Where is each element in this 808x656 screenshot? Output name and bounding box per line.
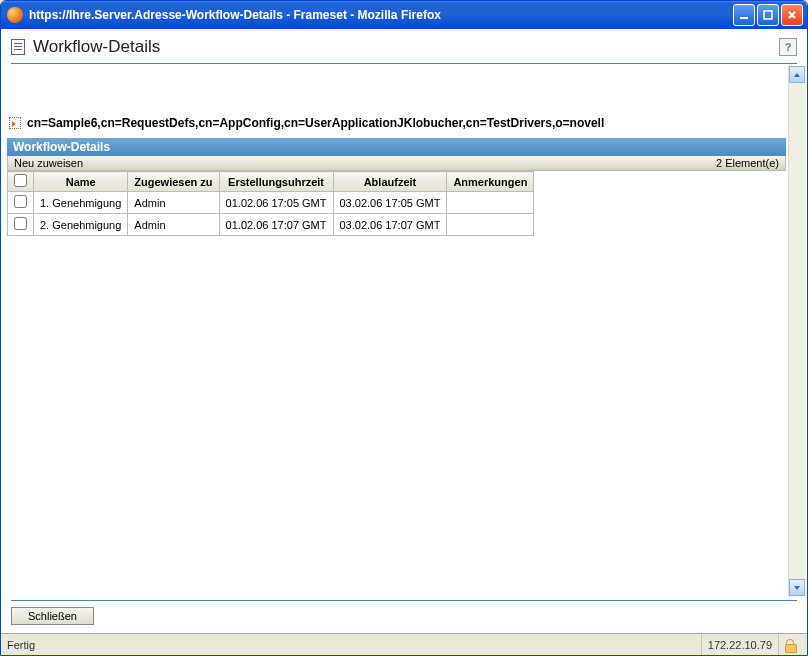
cell-name: 1. Genehmigung xyxy=(34,192,128,214)
breadcrumb-text: cn=Sample6,cn=RequestDefs,cn=AppConfig,c… xyxy=(27,116,604,130)
breadcrumb-icon xyxy=(9,117,21,129)
scrollbar-track[interactable] xyxy=(789,83,805,579)
maximize-button[interactable] xyxy=(757,4,779,26)
breadcrumb: cn=Sample6,cn=RequestDefs,cn=AppConfig,c… xyxy=(7,116,786,138)
table-row[interactable]: 1. GenehmigungAdmin01.02.06 17:05 GMT03.… xyxy=(8,192,534,214)
col-checkbox xyxy=(8,172,34,192)
document-icon xyxy=(11,39,25,55)
workflow-table: Name Zugewiesen zu Erstellungsuhrzeit Ab… xyxy=(7,171,534,236)
cell-expires: 03.02.06 17:07 GMT xyxy=(333,214,447,236)
window-close-button[interactable] xyxy=(781,4,803,26)
cell-notes xyxy=(447,192,534,214)
page-header: Workflow-Details ? xyxy=(1,29,807,63)
table-row[interactable]: 2. GenehmigungAdmin01.02.06 17:07 GMT03.… xyxy=(8,214,534,236)
vertical-scrollbar[interactable] xyxy=(788,66,805,596)
page-title: Workflow-Details xyxy=(33,37,779,57)
footer-area: Schließen xyxy=(1,601,807,633)
col-name[interactable]: Name xyxy=(34,172,128,192)
svg-rect-0 xyxy=(740,17,748,19)
col-expires[interactable]: Ablaufzeit xyxy=(333,172,447,192)
minimize-button[interactable] xyxy=(733,4,755,26)
row-checkbox[interactable] xyxy=(14,195,27,208)
window-title: https://Ihre.Server.Adresse-Workflow-Det… xyxy=(29,8,733,22)
cell-assigned: Admin xyxy=(128,192,219,214)
browser-window: https://Ihre.Server.Adresse-Workflow-Det… xyxy=(0,0,808,656)
cell-notes xyxy=(447,214,534,236)
reassign-link[interactable]: Neu zuweisen xyxy=(14,157,83,169)
cell-assigned: Admin xyxy=(128,214,219,236)
cell-name: 2. Genehmigung xyxy=(34,214,128,236)
col-assigned[interactable]: Zugewiesen zu xyxy=(128,172,219,192)
panel-toolbar: Neu zuweisen 2 Element(e) xyxy=(7,156,786,171)
help-button[interactable]: ? xyxy=(779,38,797,56)
scroll-down-button[interactable] xyxy=(789,579,805,596)
cell-created: 01.02.06 17:07 GMT xyxy=(219,214,333,236)
status-lock-segment xyxy=(778,634,801,655)
scroll-up-button[interactable] xyxy=(789,66,805,83)
panel-title: Workflow-Details xyxy=(7,138,786,156)
col-created[interactable]: Erstellungsuhrzeit xyxy=(219,172,333,192)
select-all-checkbox[interactable] xyxy=(14,174,27,187)
status-text: Fertig xyxy=(7,639,35,651)
scroll-area: cn=Sample6,cn=RequestDefs,cn=AppConfig,c… xyxy=(3,66,805,596)
element-count: 2 Element(e) xyxy=(716,157,779,169)
window-titlebar: https://Ihre.Server.Adresse-Workflow-Det… xyxy=(1,1,807,29)
client-area: Workflow-Details ? cn=Sample6,cn=Request… xyxy=(1,29,807,655)
svg-rect-1 xyxy=(764,11,772,19)
close-button[interactable]: Schließen xyxy=(11,607,94,625)
status-ip: 172.22.10.79 xyxy=(708,639,772,651)
header-separator xyxy=(11,63,797,64)
cell-expires: 03.02.06 17:05 GMT xyxy=(333,192,447,214)
status-bar: Fertig 172.22.10.79 xyxy=(1,633,807,655)
firefox-icon xyxy=(7,7,23,23)
row-checkbox[interactable] xyxy=(14,217,27,230)
col-notes[interactable]: Anmerkungen xyxy=(447,172,534,192)
cell-created: 01.02.06 17:05 GMT xyxy=(219,192,333,214)
lock-icon xyxy=(785,639,795,651)
content-pane: cn=Sample6,cn=RequestDefs,cn=AppConfig,c… xyxy=(3,66,788,596)
status-ip-segment: 172.22.10.79 xyxy=(701,634,778,655)
